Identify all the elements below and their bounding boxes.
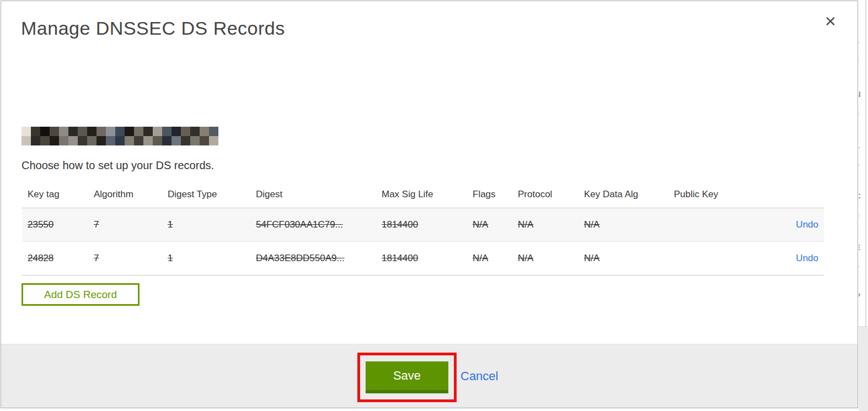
background-text-fragment: s <box>859 36 859 46</box>
background-text-fragment: P <box>859 291 860 300</box>
cell-protocol: N/A <box>512 242 578 275</box>
redacted-domain-name <box>22 127 31 136</box>
background-text-fragment: L <box>859 140 860 150</box>
cell-digest: D4A33E8DD550A9... <box>250 242 376 275</box>
cell-flags: N/A <box>467 208 512 242</box>
undo-link[interactable]: Undo <box>796 219 818 230</box>
background-text-fragment: C <box>859 191 861 201</box>
cell-max-sig-life: 1814400 <box>376 208 467 242</box>
col-header-algorithm: Algorithm <box>88 182 162 208</box>
ds-records-table: Key tag Algorithm Digest Type Digest Max… <box>22 182 824 275</box>
col-header-actions <box>735 182 824 208</box>
col-header-flags: Flags <box>467 182 512 208</box>
table-row: 23550 7 1 54FCF030AA1C79... 1814400 N/A … <box>22 208 824 242</box>
background-link-fragment: o <box>859 109 859 118</box>
col-header-digest-type: Digest Type <box>162 182 250 208</box>
background-page-sliver: s d N o L o C o E o P l <box>859 0 868 411</box>
cell-actions: Undo <box>735 208 824 242</box>
dialog-title: Manage DNSSEC DS Records <box>21 18 285 39</box>
cell-protocol: N/A <box>512 208 578 242</box>
cell-algorithm: 7 <box>88 242 162 275</box>
col-header-max-sig-life: Max Sig Life <box>376 182 467 208</box>
add-ds-record-button[interactable]: Add DS Record <box>22 283 140 306</box>
manage-dnssec-ds-records-dialog: Manage DNSSEC DS Records ✕ Choose how to… <box>1 1 858 408</box>
cell-digest: 54FCF030AA1C79... <box>250 208 376 242</box>
background-text-fragment: E <box>859 242 860 252</box>
cell-public-key <box>668 242 735 275</box>
dialog-footer: Save Cancel <box>1 344 858 408</box>
col-header-digest: Digest <box>250 182 376 208</box>
col-header-key-data-alg: Key Data Alg <box>578 182 668 208</box>
cancel-link[interactable]: Cancel <box>460 369 498 383</box>
save-highlight-annotation: Save <box>357 353 457 402</box>
cell-digest-type: 1 <box>162 208 250 242</box>
cell-key-tag: 23550 <box>22 208 88 242</box>
background-link-fragment: o <box>859 210 859 220</box>
cell-key-data-alg: N/A <box>578 242 668 275</box>
cell-algorithm: 7 <box>88 208 162 242</box>
cell-public-key <box>668 208 735 242</box>
col-header-key-tag: Key tag <box>22 182 88 208</box>
cell-actions: Undo <box>735 242 824 275</box>
background-divider <box>865 0 866 326</box>
cell-digest-type: 1 <box>162 242 250 275</box>
table-row: 24828 7 1 D4A33E8DD550A9... 1814400 N/A … <box>22 242 824 275</box>
cell-key-tag: 24828 <box>22 242 88 275</box>
page: { "modal": { "title": "Manage DNSSEC DS … <box>0 0 868 411</box>
cell-flags: N/A <box>467 242 512 275</box>
background-link-fragment: d <box>859 55 859 64</box>
cell-key-data-alg: N/A <box>578 208 668 242</box>
undo-link[interactable]: Undo <box>796 253 818 263</box>
table-header-row: Key tag Algorithm Digest Type Digest Max… <box>22 182 824 208</box>
col-header-protocol: Protocol <box>512 182 578 208</box>
background-link-fragment: o <box>859 160 859 169</box>
intro-text: Choose how to set up your DS records. <box>22 159 214 172</box>
close-icon[interactable]: ✕ <box>822 13 839 30</box>
background-footer-area <box>859 326 868 411</box>
background-link-fragment: o <box>859 261 859 271</box>
cell-max-sig-life: 1814400 <box>376 242 467 275</box>
background-text-fragment: N <box>859 89 861 99</box>
save-button[interactable]: Save <box>366 361 448 393</box>
col-header-public-key: Public Key <box>668 182 735 208</box>
